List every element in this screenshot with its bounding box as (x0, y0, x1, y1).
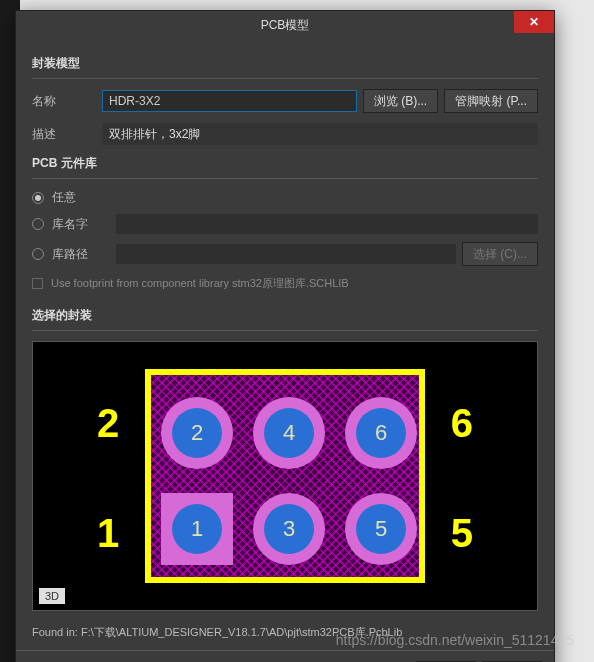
pad-number: 1 (172, 504, 222, 554)
pad-4: 4 (253, 397, 325, 469)
silk-number-6: 6 (451, 401, 473, 446)
found-in-text: Found in: F:\下载\ALTIUM_DESIGNER_V18.1.7\… (16, 615, 554, 650)
silk-number-2: 2 (97, 401, 119, 446)
pad-6: 6 (345, 397, 417, 469)
pad-3: 3 (253, 493, 325, 565)
name-label: 名称 (32, 93, 102, 110)
pad-number: 2 (172, 408, 222, 458)
desc-value: 双排排针，3x2脚 (102, 123, 538, 145)
pad-number: 6 (356, 408, 406, 458)
silk-outline: 246135 (145, 369, 425, 583)
section-pcb-library: PCB 元件库 (32, 155, 538, 172)
radio-any-label: 任意 (52, 189, 112, 206)
radio-libpath[interactable] (32, 248, 44, 260)
radio-any[interactable] (32, 192, 44, 204)
browse-button[interactable]: 浏览 (B)... (363, 89, 438, 113)
pad-number: 3 (264, 504, 314, 554)
select-path-button: 选择 (C)... (462, 242, 538, 266)
section-footprint-model: 封装模型 (32, 55, 538, 72)
libpath-input[interactable] (116, 244, 456, 264)
close-button[interactable]: ✕ (514, 11, 554, 33)
libname-input[interactable] (116, 214, 538, 234)
use-footprint-checkbox[interactable] (32, 278, 43, 289)
use-footprint-label: Use footprint from component library stm… (51, 276, 349, 291)
pcb-model-dialog: PCB模型 ✕ 封装模型 名称 浏览 (B)... 管脚映射 (P... 描述 … (15, 10, 555, 662)
close-icon: ✕ (529, 15, 539, 29)
divider (32, 78, 538, 79)
pad-1: 1 (161, 493, 233, 565)
divider (32, 330, 538, 331)
desc-label: 描述 (32, 126, 102, 143)
dialog-footer: 确定 取消 (16, 650, 554, 662)
titlebar: PCB模型 ✕ (16, 11, 554, 39)
pad-board: 246135 1 2 5 6 (65, 361, 505, 591)
divider (32, 178, 538, 179)
radio-libpath-label: 库路径 (52, 246, 112, 263)
silk-number-1: 1 (97, 511, 119, 556)
pad-number: 4 (264, 408, 314, 458)
pad-2: 2 (161, 397, 233, 469)
3d-button[interactable]: 3D (39, 588, 65, 604)
radio-libname[interactable] (32, 218, 44, 230)
section-selected-footprint: 选择的封装 (32, 307, 538, 324)
pad-5: 5 (345, 493, 417, 565)
footprint-preview[interactable]: 246135 1 2 5 6 3D (32, 341, 538, 611)
pad-number: 5 (356, 504, 406, 554)
pinmap-button[interactable]: 管脚映射 (P... (444, 89, 538, 113)
radio-libname-label: 库名字 (52, 216, 112, 233)
silk-number-5: 5 (451, 511, 473, 556)
name-input[interactable] (102, 90, 357, 112)
dialog-title: PCB模型 (261, 17, 310, 34)
